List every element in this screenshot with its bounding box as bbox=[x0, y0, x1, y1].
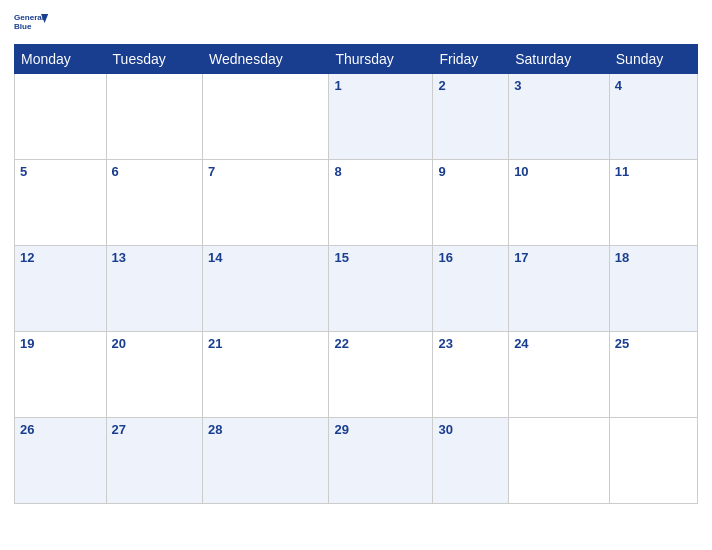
calendar-day-8: 8 bbox=[329, 160, 433, 246]
calendar-day-17: 17 bbox=[509, 246, 610, 332]
calendar-header: General Blue bbox=[14, 10, 698, 38]
calendar-day-19: 19 bbox=[15, 332, 107, 418]
calendar-day-24: 24 bbox=[509, 332, 610, 418]
calendar-week-row: 12131415161718 bbox=[15, 246, 698, 332]
calendar-day-empty bbox=[609, 418, 697, 504]
calendar-day-5: 5 bbox=[15, 160, 107, 246]
calendar-day-25: 25 bbox=[609, 332, 697, 418]
generalblue-logo-icon: General Blue bbox=[14, 10, 50, 38]
weekday-header-sunday: Sunday bbox=[609, 45, 697, 74]
calendar-day-16: 16 bbox=[433, 246, 509, 332]
calendar-week-row: 2627282930 bbox=[15, 418, 698, 504]
calendar-day-11: 11 bbox=[609, 160, 697, 246]
calendar-week-row: 19202122232425 bbox=[15, 332, 698, 418]
calendar-day-14: 14 bbox=[203, 246, 329, 332]
calendar-day-empty bbox=[509, 418, 610, 504]
calendar-week-row: 1234 bbox=[15, 74, 698, 160]
calendar-day-21: 21 bbox=[203, 332, 329, 418]
calendar-day-28: 28 bbox=[203, 418, 329, 504]
calendar-day-22: 22 bbox=[329, 332, 433, 418]
calendar-week-row: 567891011 bbox=[15, 160, 698, 246]
calendar-table: MondayTuesdayWednesdayThursdayFridaySatu… bbox=[14, 44, 698, 504]
calendar-day-7: 7 bbox=[203, 160, 329, 246]
weekday-header-tuesday: Tuesday bbox=[106, 45, 202, 74]
calendar-day-1: 1 bbox=[329, 74, 433, 160]
calendar-day-10: 10 bbox=[509, 160, 610, 246]
calendar-wrapper: General Blue MondayTuesdayWednesdayThurs… bbox=[0, 0, 712, 550]
calendar-day-9: 9 bbox=[433, 160, 509, 246]
calendar-day-30: 30 bbox=[433, 418, 509, 504]
weekday-header-wednesday: Wednesday bbox=[203, 45, 329, 74]
calendar-day-empty bbox=[203, 74, 329, 160]
calendar-day-13: 13 bbox=[106, 246, 202, 332]
calendar-day-empty bbox=[106, 74, 202, 160]
calendar-day-27: 27 bbox=[106, 418, 202, 504]
logo-area: General Blue bbox=[14, 10, 50, 38]
calendar-day-6: 6 bbox=[106, 160, 202, 246]
calendar-day-2: 2 bbox=[433, 74, 509, 160]
svg-text:General: General bbox=[14, 13, 44, 22]
weekday-header-row: MondayTuesdayWednesdayThursdayFridaySatu… bbox=[15, 45, 698, 74]
calendar-day-26: 26 bbox=[15, 418, 107, 504]
calendar-body: 1234567891011121314151617181920212223242… bbox=[15, 74, 698, 504]
weekday-header-saturday: Saturday bbox=[509, 45, 610, 74]
calendar-day-12: 12 bbox=[15, 246, 107, 332]
calendar-day-23: 23 bbox=[433, 332, 509, 418]
calendar-day-empty bbox=[15, 74, 107, 160]
svg-text:Blue: Blue bbox=[14, 22, 32, 31]
weekday-header-friday: Friday bbox=[433, 45, 509, 74]
calendar-day-18: 18 bbox=[609, 246, 697, 332]
calendar-day-29: 29 bbox=[329, 418, 433, 504]
calendar-day-4: 4 bbox=[609, 74, 697, 160]
weekday-header-monday: Monday bbox=[15, 45, 107, 74]
weekday-header-thursday: Thursday bbox=[329, 45, 433, 74]
calendar-day-3: 3 bbox=[509, 74, 610, 160]
calendar-day-20: 20 bbox=[106, 332, 202, 418]
calendar-day-15: 15 bbox=[329, 246, 433, 332]
